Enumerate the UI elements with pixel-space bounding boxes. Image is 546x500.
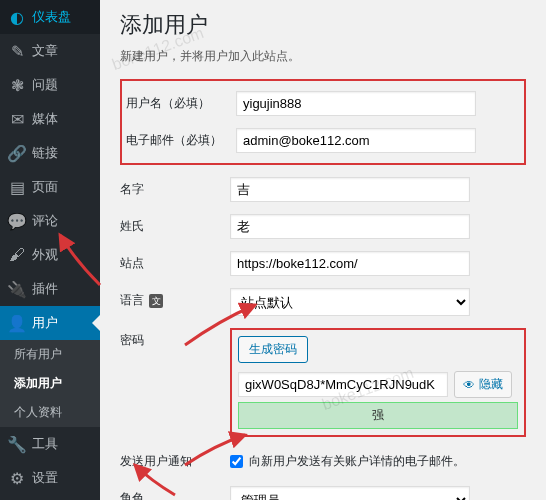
send-notice-checkbox[interactable]	[230, 455, 243, 468]
link-icon: 🔗	[8, 144, 26, 162]
sidebar-item-comments[interactable]: 💬评论	[0, 204, 100, 238]
admin-sidebar: ◐仪表盘 ✎文章 ❃问题 ✉媒体 🔗链接 ▤页面 💬评论 🖌外观 🔌插件 👤用户…	[0, 0, 100, 500]
role-select[interactable]: 管理员	[230, 486, 470, 500]
submenu-all-users[interactable]: 所有用户	[0, 340, 100, 369]
media-icon: ✉	[8, 110, 26, 128]
label-sendnotice: 发送用户通知	[120, 443, 230, 480]
sidebar-item-settings[interactable]: ⚙设置	[0, 461, 100, 495]
password-input[interactable]	[238, 372, 448, 397]
sidebar-item-media[interactable]: ✉媒体	[0, 102, 100, 136]
question-icon: ❃	[8, 76, 26, 94]
username-input[interactable]	[236, 91, 476, 116]
firstname-input[interactable]	[230, 177, 470, 202]
sidebar-item-questions[interactable]: ❃问题	[0, 68, 100, 102]
plugin-icon: 🔌	[8, 280, 26, 298]
sidebar-submenu: 所有用户 添加用户 个人资料	[0, 340, 100, 427]
label-role: 角色	[120, 480, 230, 500]
sidebar-item-label: 设置	[32, 469, 58, 487]
sidebar-item-label: 页面	[32, 178, 58, 196]
gear-icon: ⚙	[8, 469, 26, 487]
sidebar-item-users[interactable]: 👤用户	[0, 306, 100, 340]
sidebar-item-plugins[interactable]: 🔌插件	[0, 272, 100, 306]
sidebar-item-appearance[interactable]: 🖌外观	[0, 238, 100, 272]
sidebar-item-label: 工具	[32, 435, 58, 453]
send-notice-text: 向新用户发送有关账户详情的电子邮件。	[249, 453, 465, 470]
website-input[interactable]	[230, 251, 470, 276]
sidebar-item-label: 评论	[32, 212, 58, 230]
sidebar-item-label: 媒体	[32, 110, 58, 128]
user-icon: 👤	[8, 314, 26, 332]
translate-icon: 文	[149, 294, 163, 308]
page-icon: ▤	[8, 178, 26, 196]
submenu-profile[interactable]: 个人资料	[0, 398, 100, 427]
sidebar-item-tools[interactable]: 🔧工具	[0, 427, 100, 461]
sidebar-item-label: 外观	[32, 246, 58, 264]
dashboard-icon: ◐	[8, 8, 26, 26]
lastname-input[interactable]	[230, 214, 470, 239]
page-title: 添加用户	[120, 10, 526, 40]
label-language: 语言 文	[120, 282, 230, 322]
password-strength: 强	[238, 402, 518, 429]
submenu-add-user[interactable]: 添加用户	[0, 369, 100, 398]
required-fields-highlight: 用户名（必填） 电子邮件（必填）	[120, 79, 526, 165]
generate-password-button[interactable]: 生成密码	[238, 336, 308, 363]
sidebar-item-posts[interactable]: ✎文章	[0, 34, 100, 68]
password-highlight: 生成密码 👁隐藏 强	[230, 328, 526, 437]
label-lastname: 姓氏	[120, 208, 230, 245]
sidebar-collapse[interactable]: ◀收起菜单	[0, 495, 100, 500]
label-firstname: 名字	[120, 171, 230, 208]
label-username: 用户名（必填）	[126, 85, 236, 122]
sidebar-item-label: 问题	[32, 76, 58, 94]
main-content: 添加用户 新建用户，并将用户加入此站点。 用户名（必填） 电子邮件（必填） 名字	[100, 0, 546, 500]
email-input[interactable]	[236, 128, 476, 153]
hide-password-button[interactable]: 👁隐藏	[454, 371, 512, 398]
label-website: 站点	[120, 245, 230, 282]
label-password: 密码	[120, 322, 230, 443]
sidebar-item-pages[interactable]: ▤页面	[0, 170, 100, 204]
comment-icon: 💬	[8, 212, 26, 230]
sidebar-item-dashboard[interactable]: ◐仪表盘	[0, 0, 100, 34]
sidebar-item-label: 链接	[32, 144, 58, 162]
pin-icon: ✎	[8, 42, 26, 60]
brush-icon: 🖌	[8, 246, 26, 264]
tool-icon: 🔧	[8, 435, 26, 453]
page-subtitle: 新建用户，并将用户加入此站点。	[120, 48, 526, 65]
send-notice-row[interactable]: 向新用户发送有关账户详情的电子邮件。	[230, 453, 526, 470]
sidebar-item-label: 插件	[32, 280, 58, 298]
sidebar-item-label: 用户	[32, 314, 58, 332]
language-select[interactable]: 站点默认	[230, 288, 470, 316]
sidebar-item-label: 文章	[32, 42, 58, 60]
sidebar-item-links[interactable]: 🔗链接	[0, 136, 100, 170]
label-email: 电子邮件（必填）	[126, 122, 236, 159]
eye-slash-icon: 👁	[463, 378, 475, 392]
sidebar-item-label: 仪表盘	[32, 8, 71, 26]
